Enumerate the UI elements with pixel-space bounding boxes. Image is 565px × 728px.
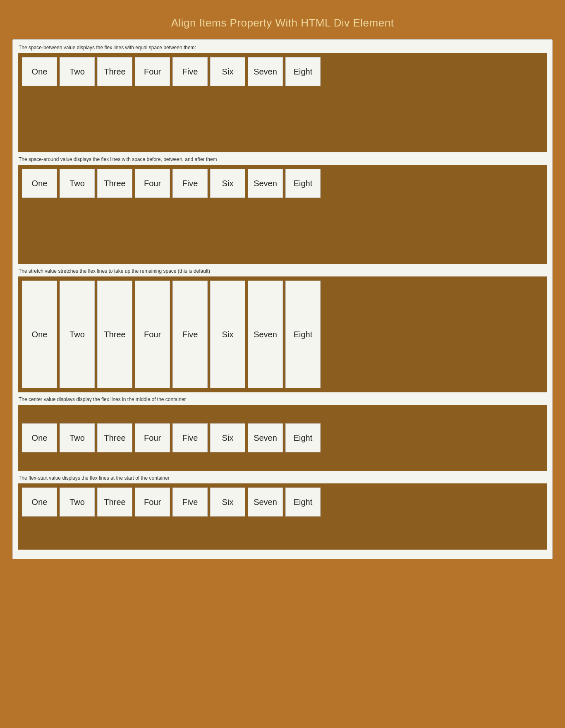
- flex-item-space-between-3: Four: [135, 57, 170, 86]
- flex-item-space-around-1: Two: [60, 169, 95, 198]
- outer-container: The space-between value displays the fle…: [12, 39, 553, 559]
- section-desc-center: The center value displays display the fl…: [18, 396, 547, 402]
- flex-item-stretch-7: Eight: [285, 281, 321, 388]
- section-desc-stretch: The stretch value stretches the flex lin…: [18, 268, 547, 274]
- flex-item-stretch-2: Three: [97, 281, 132, 388]
- flex-item-stretch-5: Six: [210, 281, 245, 388]
- flex-item-flex-start-4: Five: [172, 488, 208, 517]
- section-desc-space-between: The space-between value displays the fle…: [18, 45, 547, 50]
- section-space-around: The space-around value displays the flex…: [18, 156, 547, 264]
- section-flex-start: The flex-start value displays the flex l…: [18, 475, 547, 550]
- flex-item-space-around-6: Seven: [248, 169, 283, 198]
- flex-item-center-0: One: [22, 423, 57, 452]
- section-center: The center value displays display the fl…: [18, 396, 547, 471]
- flex-demo-stretch: OneTwoThreeFourFiveSixSevenEight: [18, 276, 547, 392]
- flex-item-space-between-4: Five: [172, 57, 208, 86]
- section-space-between: The space-between value displays the fle…: [18, 45, 547, 152]
- section-stretch: The stretch value stretches the flex lin…: [18, 268, 547, 392]
- flex-item-space-around-4: Five: [172, 169, 208, 198]
- flex-item-stretch-0: One: [22, 281, 57, 388]
- flex-demo-space-between: OneTwoThreeFourFiveSixSevenEight: [18, 53, 547, 152]
- flex-item-stretch-1: Two: [60, 281, 95, 388]
- flex-item-space-between-2: Three: [97, 57, 132, 86]
- flex-item-flex-start-6: Seven: [248, 488, 283, 517]
- flex-item-flex-start-5: Six: [210, 488, 245, 517]
- flex-item-stretch-4: Five: [172, 281, 208, 388]
- section-desc-flex-start: The flex-start value displays the flex l…: [18, 475, 547, 481]
- flex-item-space-between-7: Eight: [285, 57, 321, 86]
- flex-item-center-1: Two: [60, 423, 95, 452]
- flex-item-space-between-0: One: [22, 57, 57, 86]
- flex-item-space-around-3: Four: [135, 169, 170, 198]
- flex-item-space-between-5: Six: [210, 57, 245, 86]
- flex-item-center-7: Eight: [285, 423, 321, 452]
- flex-item-center-2: Three: [97, 423, 132, 452]
- flex-demo-flex-start: OneTwoThreeFourFiveSixSevenEight: [18, 483, 547, 550]
- flex-item-flex-start-0: One: [22, 488, 57, 517]
- flex-item-space-around-2: Three: [97, 169, 132, 198]
- flex-item-flex-start-7: Eight: [285, 488, 321, 517]
- section-desc-space-around: The space-around value displays the flex…: [18, 156, 547, 162]
- flex-item-center-6: Seven: [248, 423, 283, 452]
- flex-demo-space-around: OneTwoThreeFourFiveSixSevenEight: [18, 165, 547, 264]
- flex-item-flex-start-2: Three: [97, 488, 132, 517]
- flex-item-stretch-3: Four: [135, 281, 170, 388]
- flex-item-center-5: Six: [210, 423, 245, 452]
- flex-item-center-3: Four: [135, 423, 170, 452]
- flex-item-flex-start-3: Four: [135, 488, 170, 517]
- flex-item-space-around-0: One: [22, 169, 57, 198]
- flex-item-space-around-5: Six: [210, 169, 245, 198]
- flex-item-space-around-7: Eight: [285, 169, 321, 198]
- flex-demo-center: OneTwoThreeFourFiveSixSevenEight: [18, 405, 547, 471]
- flex-item-space-between-1: Two: [60, 57, 95, 86]
- page-title: Align Items Property With HTML Div Eleme…: [12, 17, 553, 29]
- flex-item-stretch-6: Seven: [248, 281, 283, 388]
- flex-item-space-between-6: Seven: [248, 57, 283, 86]
- flex-item-center-4: Five: [172, 423, 208, 452]
- flex-item-flex-start-1: Two: [60, 488, 95, 517]
